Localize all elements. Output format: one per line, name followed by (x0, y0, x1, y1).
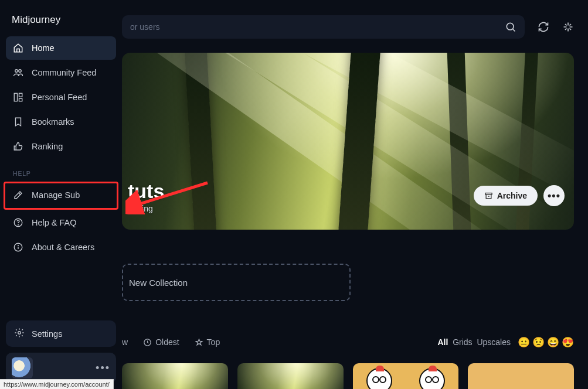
thumbnail[interactable] (122, 363, 228, 389)
view-upscales[interactable]: Upscales (477, 337, 511, 347)
svg-point-10 (507, 23, 514, 30)
edit-icon (13, 190, 23, 200)
search-icon[interactable] (505, 21, 516, 33)
sidebar-item-ranking[interactable]: Ranking (6, 135, 116, 158)
bookmark-icon (13, 117, 23, 127)
filter-new[interactable]: w (122, 337, 128, 347)
profile-name: tuts (128, 180, 164, 203)
info-icon (13, 242, 23, 252)
svg-point-9 (18, 332, 21, 335)
archive-button[interactable]: Archive (474, 186, 538, 206)
svg-rect-3 (19, 93, 22, 97)
filter-oldest[interactable]: Oldest (143, 337, 179, 347)
new-collection-button[interactable]: New Collection (122, 264, 351, 301)
personal-feed-icon (13, 92, 23, 103)
filter-new-label: w (122, 337, 128, 347)
sidebar-item-label: Personal Feed (32, 93, 87, 102)
sidebar-item-label: Bookmarks (32, 117, 74, 127)
search-input[interactable] (130, 22, 505, 32)
reaction-sad[interactable]: 😟 (532, 336, 545, 349)
svg-point-6 (18, 224, 19, 225)
help-section-label: HELP (6, 159, 116, 180)
thumbnail[interactable] (468, 363, 574, 389)
reaction-happy[interactable]: 😄 (547, 336, 559, 349)
sidebar-item-about[interactable]: About & Careers (6, 236, 116, 259)
main-content: tuts llowing Archive ••• New Collection … (122, 0, 588, 389)
home-icon (13, 43, 23, 53)
filter-row: w Oldest Top All Grids Upscales 😐 😟 😄 😍 (122, 333, 574, 352)
avatar (12, 357, 33, 378)
search-field-wrap[interactable] (122, 15, 525, 39)
archive-label: Archive (497, 191, 527, 200)
sidebar-item-label: About & Careers (32, 243, 94, 252)
banner-more-button[interactable]: ••• (543, 185, 565, 206)
reaction-love[interactable]: 😍 (562, 336, 574, 349)
profile-banner: tuts llowing Archive ••• (122, 53, 574, 230)
sidebar-item-label: Manage Sub (32, 190, 80, 200)
svg-point-8 (18, 245, 19, 246)
sidebar-item-label: Ranking (32, 142, 63, 151)
reaction-filters: 😐 😟 😄 😍 (518, 336, 574, 349)
sidebar-item-label: Home (32, 43, 55, 53)
view-grids[interactable]: Grids (453, 337, 472, 347)
svg-rect-11 (485, 193, 492, 194)
svg-rect-2 (14, 93, 17, 101)
settings-label: Settings (32, 329, 62, 339)
filter-top[interactable]: Top (195, 337, 220, 347)
sidebar-item-personal[interactable]: Personal Feed (6, 86, 116, 109)
view-all[interactable]: All (438, 337, 448, 347)
profile-heading-block: tuts llowing (128, 180, 164, 213)
sidebar-item-manage-sub[interactable]: Manage Sub (6, 183, 116, 207)
svg-rect-4 (19, 98, 22, 101)
thumbs-up-icon (13, 141, 23, 152)
svg-point-0 (15, 70, 18, 73)
sidebar-item-home[interactable]: Home (6, 36, 116, 60)
thumbnail-row (122, 363, 574, 389)
more-icon[interactable]: ••• (96, 362, 110, 374)
sidebar-item-help-faq[interactable]: Help & FAQ (6, 211, 116, 234)
top-bar (122, 15, 574, 39)
sparkle-icon[interactable] (562, 21, 574, 33)
brand-title: Midjourney (6, 11, 116, 36)
filter-oldest-label: Oldest (155, 337, 179, 347)
sidebar-item-label: Help & FAQ (32, 218, 77, 227)
thumbnail[interactable] (353, 363, 459, 389)
gear-icon (14, 327, 25, 340)
sidebar-item-bookmarks[interactable]: Bookmarks (6, 110, 116, 134)
sidebar: Midjourney Home Community Feed Personal … (0, 0, 122, 389)
browser-status-bar: https://www.midjourney.com/account/ (0, 379, 114, 389)
sidebar-item-label: Community Feed (32, 68, 96, 77)
annotation-highlight-box: Manage Sub (4, 182, 118, 210)
refresh-icon[interactable] (538, 21, 549, 33)
settings-button[interactable]: Settings (6, 320, 116, 347)
community-icon (13, 67, 23, 78)
help-icon (13, 217, 23, 228)
sidebar-item-community[interactable]: Community Feed (6, 61, 116, 84)
view-toggle: All Grids Upscales (438, 337, 511, 347)
profile-subtitle: llowing (128, 204, 164, 213)
svg-point-1 (19, 70, 22, 73)
filter-top-label: Top (207, 337, 220, 347)
new-collection-label: New Collection (129, 278, 188, 288)
reaction-neutral[interactable]: 😐 (518, 336, 530, 349)
thumbnail[interactable] (237, 363, 344, 389)
